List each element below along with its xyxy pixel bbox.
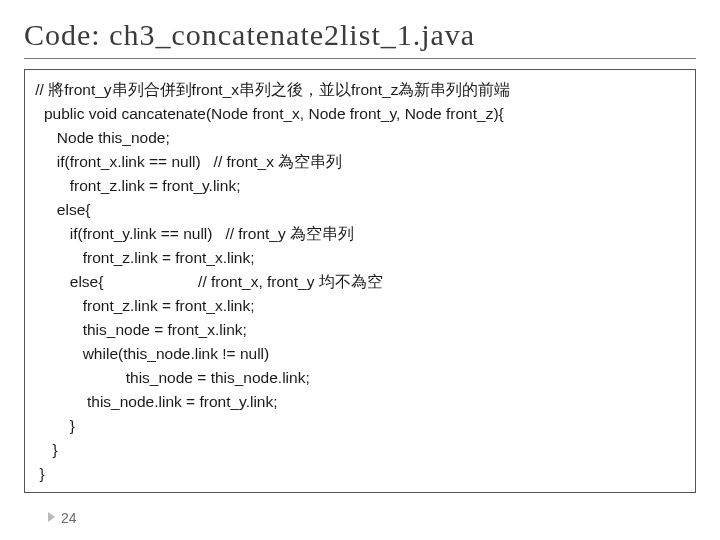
code-line: } bbox=[31, 462, 689, 486]
slide-title: Code: ch3_concatenate2list_1.java bbox=[24, 18, 696, 59]
code-line: if(front_x.link == null) // front_x 為空串列 bbox=[31, 150, 689, 174]
code-line: else{ bbox=[31, 198, 689, 222]
code-line: // 將front_y串列合併到front_x串列之後，並以front_z為新串… bbox=[31, 78, 689, 102]
code-line: if(front_y.link == null) // front_y 為空串列 bbox=[31, 222, 689, 246]
page-number: 24 bbox=[48, 510, 77, 526]
code-line: public void cancatenate(Node front_x, No… bbox=[31, 102, 689, 126]
code-block: // 將front_y串列合併到front_x串列之後，並以front_z為新串… bbox=[24, 69, 696, 493]
code-line: front_z.link = front_x.link; bbox=[31, 294, 689, 318]
code-line: front_z.link = front_x.link; bbox=[31, 246, 689, 270]
code-line: } bbox=[31, 438, 689, 462]
code-line: this_node = front_x.link; bbox=[31, 318, 689, 342]
code-line: Node this_node; bbox=[31, 126, 689, 150]
code-line: front_z.link = front_y.link; bbox=[31, 174, 689, 198]
code-line: else{ // front_x, front_y 均不為空 bbox=[31, 270, 689, 294]
code-line: while(this_node.link != null) bbox=[31, 342, 689, 366]
code-line: this_node = this_node.link; bbox=[31, 366, 689, 390]
code-line: } bbox=[31, 414, 689, 438]
code-line: this_node.link = front_y.link; bbox=[31, 390, 689, 414]
